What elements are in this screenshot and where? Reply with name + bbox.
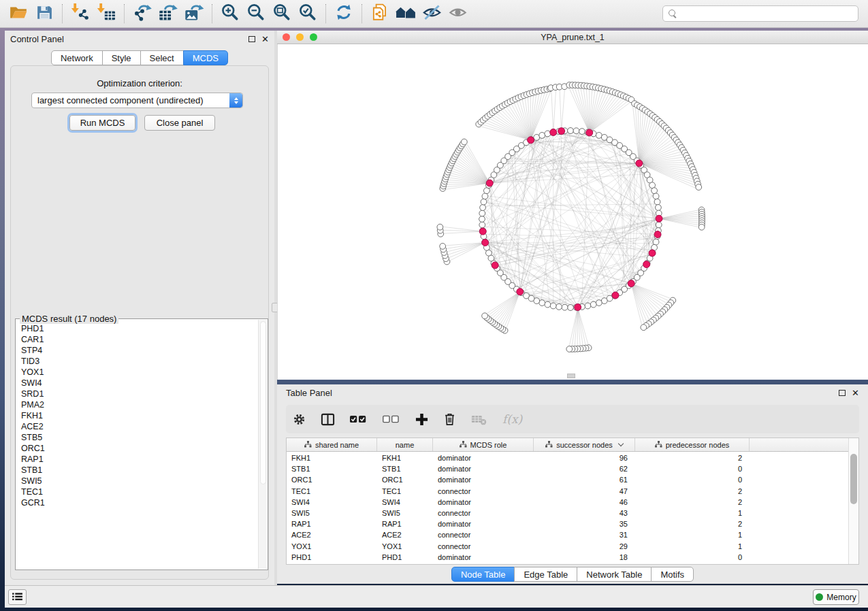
- table-row[interactable]: ORC1ORC1dominator610: [287, 474, 848, 485]
- mcds-node-item[interactable]: PHD1: [21, 323, 258, 334]
- export-table-button[interactable]: [155, 2, 181, 25]
- mcds-node-item[interactable]: YOX1: [21, 367, 258, 378]
- export-image-button[interactable]: [181, 2, 207, 25]
- mcds-node-item[interactable]: STB1: [21, 465, 258, 476]
- zoom-in-button[interactable]: [217, 2, 243, 25]
- tab-mcds[interactable]: MCDS: [183, 50, 228, 65]
- table-row[interactable]: FKH1FKH1dominator962: [287, 452, 848, 463]
- apply-layout-button[interactable]: [331, 2, 357, 25]
- import-network-button[interactable]: [67, 2, 93, 25]
- mcds-node-item[interactable]: ACE2: [21, 421, 258, 432]
- save-session-button[interactable]: [31, 2, 57, 25]
- node-table: shared namenameMCDS rolesuccessor nodesp…: [286, 437, 859, 565]
- mcds-node-item[interactable]: CAR1: [21, 334, 258, 345]
- show-all-button[interactable]: [445, 2, 470, 25]
- table-row[interactable]: RAP1RAP1dominator352: [287, 518, 848, 529]
- delete-column-icon[interactable]: [443, 412, 456, 426]
- table-body: FKH1FKH1dominator962STB1STB1dominator620…: [287, 452, 848, 564]
- search-box[interactable]: [662, 5, 858, 22]
- optimization-criterion-label: Optimization criterion:: [11, 78, 268, 88]
- mcds-node-item[interactable]: SWI4: [21, 378, 258, 389]
- memory-status-icon: [816, 593, 823, 601]
- table-row[interactable]: ACE2ACE2connector311: [287, 529, 848, 540]
- memory-button[interactable]: Memory: [813, 589, 859, 605]
- float-panel-button[interactable]: [248, 36, 255, 42]
- mcds-result-list[interactable]: PHD1CAR1STP4TID3YOX1SWI4SRD1PMA2FKH1ACE2…: [16, 323, 258, 568]
- mcds-node-item[interactable]: TID3: [21, 356, 258, 367]
- tab-motifs[interactable]: Motifs: [651, 567, 694, 582]
- table-scrollbar-thumb[interactable]: [850, 454, 857, 504]
- mcds-node-item[interactable]: STP4: [21, 345, 258, 356]
- zoom-fit-button[interactable]: [269, 2, 295, 25]
- mcds-node-item[interactable]: FKH1: [21, 410, 258, 421]
- column-header-MCDS-role[interactable]: MCDS role: [433, 438, 534, 451]
- mcds-result-title: MCDS result (17 nodes): [20, 314, 118, 324]
- float-table-panel-button[interactable]: [839, 390, 846, 396]
- export-network-button[interactable]: [129, 2, 155, 25]
- network-canvas[interactable]: [277, 44, 868, 380]
- zoom-selected-button[interactable]: [295, 2, 321, 25]
- table-panel: Table Panel ✕ f(x) shared namenameMCDS r…: [277, 384, 868, 584]
- mcds-node-item[interactable]: STB5: [21, 432, 258, 443]
- zoom-out-icon: [246, 3, 266, 24]
- close-panel-button[interactable]: Close panel: [144, 115, 215, 131]
- close-table-panel-icon[interactable]: ✕: [852, 389, 859, 397]
- tab-network-table[interactable]: Network Table: [577, 567, 652, 582]
- hide-selected-button[interactable]: [419, 2, 445, 25]
- network-titlebar: YPA_prune.txt_1: [277, 31, 868, 44]
- mcds-node-item[interactable]: GCR1: [21, 497, 258, 508]
- mcds-panel: Optimization criterion: largest connecte…: [10, 65, 269, 580]
- table-scrollbar[interactable]: [848, 438, 858, 564]
- deselect-all-icon[interactable]: [383, 414, 400, 424]
- sort-descending-icon: [618, 441, 624, 446]
- clone-network-button[interactable]: [367, 2, 393, 25]
- import-table-icon: [97, 3, 116, 24]
- task-history-button[interactable]: [8, 589, 27, 605]
- column-header-successor-nodes[interactable]: successor nodes: [534, 438, 635, 451]
- mcds-node-item[interactable]: SWI5: [21, 476, 258, 486]
- tab-select[interactable]: Select: [140, 50, 184, 65]
- tab-node-table[interactable]: Node Table: [451, 567, 515, 582]
- import-table-button[interactable]: [93, 2, 119, 25]
- zoom-out-button[interactable]: [243, 2, 269, 25]
- export-image-icon: [184, 2, 204, 25]
- mcds-node-item[interactable]: RAP1: [21, 454, 258, 465]
- run-mcds-button[interactable]: Run MCDS: [69, 115, 135, 131]
- table-toolbar: f(x): [286, 405, 859, 433]
- select-all-icon[interactable]: [350, 414, 368, 424]
- column-type-icon: [545, 441, 553, 449]
- toolbar-separator: [124, 4, 125, 23]
- mcds-list-scrollbar[interactable]: [258, 320, 267, 569]
- table-row[interactable]: SWI5SWI5connector431: [287, 508, 848, 518]
- mcds-node-item[interactable]: TEC1: [21, 486, 258, 497]
- toolbar-separator: [361, 4, 362, 23]
- column-header-name[interactable]: name: [377, 438, 433, 451]
- column-selector-icon[interactable]: [321, 412, 335, 427]
- first-neighbors-button[interactable]: [393, 2, 419, 25]
- add-column-icon[interactable]: [415, 413, 428, 426]
- tab-style[interactable]: Style: [102, 50, 141, 65]
- table-row[interactable]: YOX1YOX1connector291: [287, 541, 848, 552]
- column-type-icon: [460, 441, 467, 449]
- mcds-node-item[interactable]: ORC1: [21, 443, 258, 454]
- zoom-in-icon: [221, 3, 240, 24]
- tab-network[interactable]: Network: [51, 50, 103, 65]
- list-icon: [12, 591, 22, 604]
- mcds-node-item[interactable]: SRD1: [21, 389, 258, 399]
- search-input[interactable]: [681, 9, 852, 18]
- desktop: Control Panel ✕ NetworkStyleSelectMCDS O…: [0, 0, 868, 611]
- column-header-shared-name[interactable]: shared name: [287, 438, 377, 451]
- close-panel-icon[interactable]: ✕: [261, 35, 269, 44]
- panel-resize-handle[interactable]: [567, 374, 575, 378]
- tab-edge-table[interactable]: Edge Table: [514, 567, 577, 582]
- column-header-predecessor-nodes[interactable]: predecessor nodes: [635, 438, 750, 451]
- table-row[interactable]: SWI4SWI4dominator462: [287, 497, 848, 508]
- table-row[interactable]: TEC1TEC1connector472: [287, 486, 848, 497]
- mcds-node-item[interactable]: PMA2: [21, 399, 258, 410]
- settings-gear-icon[interactable]: [293, 413, 306, 426]
- open-session-button[interactable]: [5, 2, 31, 25]
- criterion-dropdown[interactable]: largest connected component (undirected): [31, 93, 243, 108]
- export-table-icon: [158, 2, 178, 25]
- table-row[interactable]: PHD1PHD1dominator180: [287, 552, 848, 563]
- table-row[interactable]: STB1STB1dominator620: [287, 463, 848, 474]
